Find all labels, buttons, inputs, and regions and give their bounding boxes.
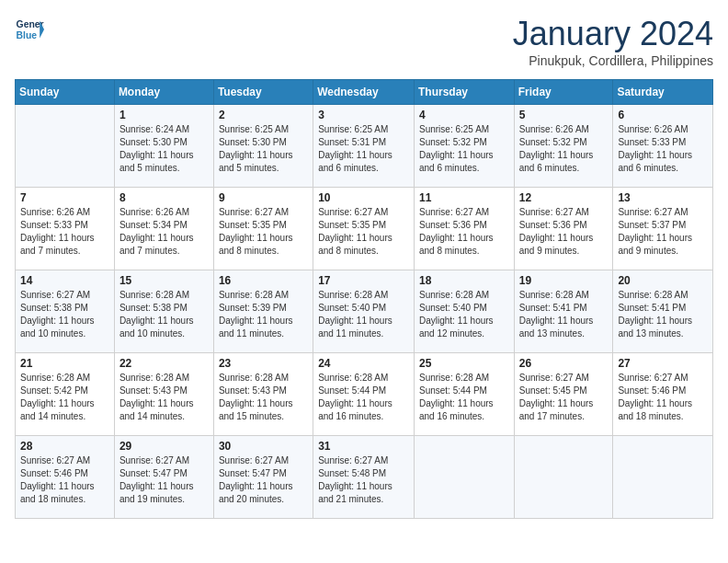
calendar-cell: 25Sunrise: 6:28 AMSunset: 5:44 PMDayligh… (414, 353, 514, 436)
calendar-cell (414, 436, 514, 519)
weekday-header-tuesday: Tuesday (213, 80, 313, 105)
day-number: 12 (519, 191, 609, 204)
day-number: 1 (119, 109, 209, 121)
calendar-week-row: 14Sunrise: 6:27 AMSunset: 5:38 PMDayligh… (16, 270, 713, 353)
day-info: Sunrise: 6:27 AMSunset: 5:48 PMDaylight:… (318, 454, 409, 506)
title-block: January 2024 Pinukpuk, Cordillera, Phili… (513, 15, 713, 68)
calendar-week-row: 28Sunrise: 6:27 AMSunset: 5:46 PMDayligh… (16, 436, 713, 519)
day-info: Sunrise: 6:28 AMSunset: 5:43 PMDaylight:… (119, 372, 209, 423)
calendar-cell: 3Sunrise: 6:25 AMSunset: 5:31 PMDaylight… (313, 105, 415, 188)
calendar-cell: 4Sunrise: 6:25 AMSunset: 5:32 PMDaylight… (414, 105, 514, 188)
calendar-cell: 17Sunrise: 6:28 AMSunset: 5:40 PMDayligh… (313, 270, 415, 353)
calendar-cell: 10Sunrise: 6:27 AMSunset: 5:35 PMDayligh… (313, 188, 415, 270)
day-number: 20 (618, 274, 708, 287)
svg-text:Blue: Blue (17, 30, 38, 40)
logo-icon: General Blue (15, 15, 44, 44)
day-number: 7 (20, 191, 109, 204)
calendar-week-row: 7Sunrise: 6:26 AMSunset: 5:33 PMDaylight… (16, 188, 713, 270)
day-info: Sunrise: 6:26 AMSunset: 5:33 PMDaylight:… (20, 206, 109, 258)
calendar-cell: 18Sunrise: 6:28 AMSunset: 5:40 PMDayligh… (414, 270, 514, 353)
day-number: 9 (219, 191, 308, 204)
day-number: 28 (20, 440, 109, 453)
calendar-cell: 22Sunrise: 6:28 AMSunset: 5:43 PMDayligh… (114, 353, 213, 436)
day-info: Sunrise: 6:28 AMSunset: 5:41 PMDaylight:… (519, 289, 609, 340)
day-info: Sunrise: 6:24 AMSunset: 5:30 PMDaylight:… (119, 123, 209, 175)
calendar-cell: 5Sunrise: 6:26 AMSunset: 5:32 PMDaylight… (514, 105, 613, 188)
day-info: Sunrise: 6:27 AMSunset: 5:37 PMDaylight:… (618, 206, 708, 258)
calendar-cell: 29Sunrise: 6:27 AMSunset: 5:47 PMDayligh… (114, 436, 213, 519)
day-info: Sunrise: 6:27 AMSunset: 5:47 PMDaylight:… (219, 454, 308, 506)
day-info: Sunrise: 6:27 AMSunset: 5:35 PMDaylight:… (219, 206, 308, 258)
day-number: 21 (20, 357, 109, 370)
calendar-cell: 16Sunrise: 6:28 AMSunset: 5:39 PMDayligh… (213, 270, 313, 353)
day-number: 15 (119, 274, 209, 287)
day-number: 26 (519, 357, 609, 370)
weekday-header-monday: Monday (114, 80, 213, 105)
logo: General Blue (15, 15, 44, 44)
calendar-cell: 30Sunrise: 6:27 AMSunset: 5:47 PMDayligh… (213, 436, 313, 519)
day-number: 5 (519, 109, 609, 121)
day-number: 10 (318, 191, 409, 204)
day-info: Sunrise: 6:27 AMSunset: 5:46 PMDaylight:… (618, 372, 708, 423)
day-info: Sunrise: 6:28 AMSunset: 5:40 PMDaylight:… (419, 289, 509, 340)
day-number: 22 (119, 357, 209, 370)
day-info: Sunrise: 6:27 AMSunset: 5:35 PMDaylight:… (318, 206, 409, 258)
day-number: 3 (318, 109, 409, 121)
calendar-cell: 14Sunrise: 6:27 AMSunset: 5:38 PMDayligh… (16, 270, 115, 353)
weekday-header-saturday: Saturday (613, 80, 713, 105)
calendar-cell: 24Sunrise: 6:28 AMSunset: 5:44 PMDayligh… (313, 353, 415, 436)
day-info: Sunrise: 6:28 AMSunset: 5:42 PMDaylight:… (20, 372, 109, 423)
day-number: 30 (219, 440, 308, 453)
day-number: 14 (20, 274, 109, 287)
calendar-cell: 31Sunrise: 6:27 AMSunset: 5:48 PMDayligh… (313, 436, 415, 519)
day-number: 24 (318, 357, 409, 370)
calendar-cell (613, 436, 713, 519)
day-info: Sunrise: 6:28 AMSunset: 5:40 PMDaylight:… (318, 289, 409, 340)
day-number: 16 (219, 274, 308, 287)
day-number: 6 (618, 109, 708, 121)
day-info: Sunrise: 6:27 AMSunset: 5:36 PMDaylight:… (419, 206, 509, 258)
day-info: Sunrise: 6:25 AMSunset: 5:30 PMDaylight:… (219, 123, 308, 175)
calendar-cell (16, 105, 115, 188)
calendar-cell: 21Sunrise: 6:28 AMSunset: 5:42 PMDayligh… (16, 353, 115, 436)
day-number: 18 (419, 274, 509, 287)
calendar-cell: 26Sunrise: 6:27 AMSunset: 5:45 PMDayligh… (514, 353, 613, 436)
day-info: Sunrise: 6:26 AMSunset: 5:32 PMDaylight:… (519, 123, 609, 175)
calendar-cell: 27Sunrise: 6:27 AMSunset: 5:46 PMDayligh… (613, 353, 713, 436)
calendar-cell: 11Sunrise: 6:27 AMSunset: 5:36 PMDayligh… (414, 188, 514, 270)
weekday-header-wednesday: Wednesday (313, 80, 415, 105)
calendar-cell: 2Sunrise: 6:25 AMSunset: 5:30 PMDaylight… (213, 105, 313, 188)
day-info: Sunrise: 6:28 AMSunset: 5:39 PMDaylight:… (219, 289, 308, 340)
day-info: Sunrise: 6:28 AMSunset: 5:38 PMDaylight:… (119, 289, 209, 340)
day-info: Sunrise: 6:25 AMSunset: 5:31 PMDaylight:… (318, 123, 409, 175)
day-number: 8 (119, 191, 209, 204)
weekday-header-friday: Friday (514, 80, 613, 105)
day-info: Sunrise: 6:27 AMSunset: 5:46 PMDaylight:… (20, 454, 109, 506)
calendar-cell: 7Sunrise: 6:26 AMSunset: 5:33 PMDaylight… (16, 188, 115, 270)
calendar-cell: 12Sunrise: 6:27 AMSunset: 5:36 PMDayligh… (514, 188, 613, 270)
weekday-header-sunday: Sunday (16, 80, 115, 105)
calendar-cell: 8Sunrise: 6:26 AMSunset: 5:34 PMDaylight… (114, 188, 213, 270)
day-number: 23 (219, 357, 308, 370)
day-info: Sunrise: 6:27 AMSunset: 5:36 PMDaylight:… (519, 206, 609, 258)
calendar-table: SundayMondayTuesdayWednesdayThursdayFrid… (15, 79, 713, 519)
day-number: 27 (618, 357, 708, 370)
calendar-cell: 28Sunrise: 6:27 AMSunset: 5:46 PMDayligh… (16, 436, 115, 519)
calendar-cell: 13Sunrise: 6:27 AMSunset: 5:37 PMDayligh… (613, 188, 713, 270)
day-number: 2 (219, 109, 308, 121)
day-number: 29 (119, 440, 209, 453)
day-info: Sunrise: 6:25 AMSunset: 5:32 PMDaylight:… (419, 123, 509, 175)
day-number: 11 (419, 191, 509, 204)
calendar-week-row: 1Sunrise: 6:24 AMSunset: 5:30 PMDaylight… (16, 105, 713, 188)
day-number: 4 (419, 109, 509, 121)
calendar-cell: 19Sunrise: 6:28 AMSunset: 5:41 PMDayligh… (514, 270, 613, 353)
calendar-cell: 20Sunrise: 6:28 AMSunset: 5:41 PMDayligh… (613, 270, 713, 353)
calendar-cell (514, 436, 613, 519)
day-info: Sunrise: 6:28 AMSunset: 5:44 PMDaylight:… (318, 372, 409, 423)
day-info: Sunrise: 6:28 AMSunset: 5:41 PMDaylight:… (618, 289, 708, 340)
day-number: 31 (318, 440, 409, 453)
month-title: January 2024 (513, 15, 713, 53)
calendar-cell: 15Sunrise: 6:28 AMSunset: 5:38 PMDayligh… (114, 270, 213, 353)
day-info: Sunrise: 6:27 AMSunset: 5:38 PMDaylight:… (20, 289, 109, 340)
day-info: Sunrise: 6:28 AMSunset: 5:43 PMDaylight:… (219, 372, 308, 423)
